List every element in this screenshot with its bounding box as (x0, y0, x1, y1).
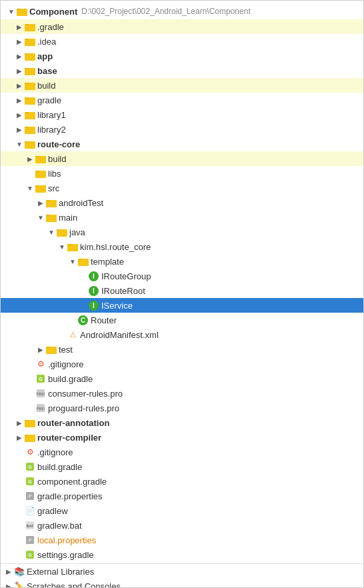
item-label: settings.gradle (37, 550, 94, 560)
folder-icon (67, 241, 78, 252)
item-label: router-compiler (37, 433, 101, 443)
tree-item-gradle2[interactable]: gradle (1, 93, 363, 107)
item-label: .gitignore (48, 359, 83, 369)
svg-rect-50 (67, 245, 78, 252)
tree-item-rc-main[interactable]: main (1, 210, 363, 225)
item-label: androidTest (59, 198, 103, 208)
tree-item-rc-androidTest[interactable]: androidTest (1, 195, 363, 210)
tree-item-androidManifest[interactable]: ⧊ AndroidManifest.xml (1, 327, 363, 342)
tree-item-componentGradle[interactable]: G component.gradle (1, 474, 363, 489)
tree-item-iRouteGroup[interactable]: I IRouteGroup (1, 269, 363, 283)
tree-item-consumerRules[interactable]: PRO consumer-rules.pro (1, 386, 363, 401)
item-label: main (59, 213, 77, 223)
arrow (14, 53, 25, 60)
folder-icon (25, 51, 35, 61)
item-label: Scratches and Consoles (27, 581, 121, 589)
item-label: Router (91, 315, 117, 325)
tree-item-gitignore[interactable]: ⚙ .gitignore (1, 357, 363, 371)
folder-icon (46, 344, 57, 355)
tree-item-base[interactable]: base (1, 63, 363, 78)
svg-rect-38 (35, 187, 46, 193)
tree-item-proguardRules[interactable]: PRO proguard-rules.pro (1, 401, 363, 415)
arrow (25, 155, 35, 163)
item-label: java (69, 227, 85, 237)
tree-item-rc-template[interactable]: template (1, 254, 363, 269)
interface-icon: I (89, 271, 99, 281)
tree-item-rc-test[interactable]: test (1, 342, 363, 357)
tree-item-gradle[interactable]: .gradle (1, 19, 363, 34)
tree-item-buildGradle2[interactable]: G build.gradle (1, 459, 363, 474)
root-label: Component (29, 7, 77, 17)
svg-text:P: P (29, 494, 32, 499)
tree-item-scratches[interactable]: ✏️ Scratches and Consoles (1, 579, 363, 588)
item-label: build (37, 81, 55, 91)
tree-item-rc-pkg[interactable]: kim.hsl.route_core (1, 239, 363, 254)
tree-item-buildGradle[interactable]: G build.gradle (1, 371, 363, 386)
folder-icon (25, 139, 35, 149)
tree-item-app[interactable]: app (1, 49, 363, 63)
tree-body: .gradle .idea app base (1, 19, 363, 588)
tree-item-rc-build[interactable]: build (1, 151, 363, 166)
tree-item-router[interactable]: C Router (1, 313, 363, 327)
svg-rect-65 (25, 421, 35, 428)
class-icon: C (78, 315, 88, 325)
arrow (14, 82, 25, 89)
arrow (46, 229, 57, 236)
tree-item-iRouteRoot[interactable]: I IRouteRoot (1, 283, 363, 298)
scratch-icon: ✏️ (14, 581, 25, 588)
arrow (35, 214, 46, 221)
tree-item-library1[interactable]: library1 (1, 107, 363, 122)
tree-item-rc-java[interactable]: java (1, 225, 363, 239)
folder-icon (25, 95, 35, 105)
tree-item-routerAnnot[interactable]: router-annotation (1, 415, 363, 430)
svg-rect-17 (25, 84, 35, 91)
svg-text:PRO: PRO (36, 392, 45, 396)
tree-item-gradlewBat[interactable]: BAT gradlew.bat (1, 518, 363, 533)
extlib-icon: 📚 (14, 566, 25, 577)
project-tree[interactable]: Component D:\002_Project\002_Android_Lea… (0, 0, 364, 588)
arrow (14, 111, 25, 119)
item-label: build.gradle (48, 374, 93, 384)
tree-item-rc-libs[interactable]: libs (1, 166, 363, 181)
arrow (14, 97, 25, 104)
tree-item-settings[interactable]: G settings.gradle (1, 547, 363, 562)
item-label: router-annotation (37, 418, 109, 428)
tree-item-route-core[interactable]: route-core (1, 137, 363, 151)
tree-item-library2[interactable]: library2 (1, 122, 363, 137)
arrow (14, 141, 25, 148)
gradle-icon: G (35, 373, 46, 384)
svg-rect-26 (25, 128, 35, 135)
tree-item-gradleProps[interactable]: P gradle.properties (1, 489, 363, 503)
tree-item-build[interactable]: build (1, 78, 363, 93)
item-label: .gradle (37, 22, 64, 32)
xml-icon: ⧊ (67, 329, 78, 340)
item-label: kim.hsl.route_core (80, 242, 151, 252)
arrow (3, 568, 14, 575)
tree-item-localProps[interactable]: P local.properties (1, 533, 363, 547)
arrow (14, 126, 25, 133)
item-label: consumer-rules.pro (48, 389, 123, 399)
item-label: library1 (37, 110, 66, 120)
tree-item-gradlew[interactable]: 📄 gradlew (1, 503, 363, 518)
svg-rect-32 (35, 157, 46, 164)
folder-icon (25, 124, 35, 135)
tree-item-routerCompiler[interactable]: router-compiler (1, 430, 363, 445)
item-label: IRouteRoot (101, 286, 145, 296)
tree-item-iService[interactable]: I IService (1, 298, 363, 313)
interface-icon: I (89, 301, 99, 311)
item-label: libs (48, 169, 61, 179)
tree-item-gitignore2[interactable]: ⚙ .gitignore (1, 445, 363, 459)
tree-item-extLibraries[interactable]: 📚 External Libraries (1, 564, 363, 579)
item-label: AndroidManifest.xml (80, 330, 159, 340)
arrow (35, 346, 46, 353)
item-label: proguard-rules.pro (48, 403, 119, 413)
root-arrow (6, 8, 17, 15)
item-label: .gitignore (37, 447, 73, 457)
folder-icon (35, 168, 46, 179)
tree-item-rc-src[interactable]: src (1, 181, 363, 195)
svg-rect-53 (78, 260, 89, 267)
tree-item-idea[interactable]: .idea (1, 34, 363, 49)
arrow (14, 434, 25, 441)
project-root[interactable]: Component D:\002_Project\002_Android_Lea… (1, 3, 363, 19)
svg-rect-44 (46, 216, 57, 223)
